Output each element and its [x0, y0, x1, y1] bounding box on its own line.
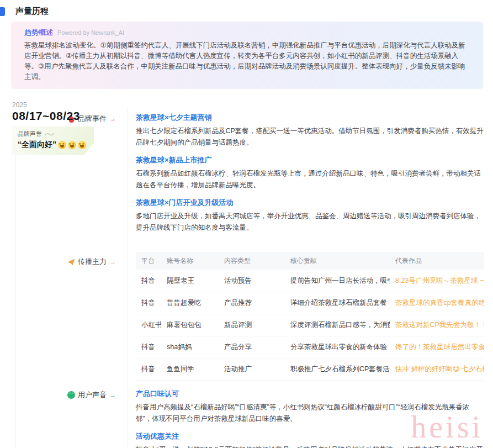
table-row: 抖音 昔昔超爱吃 产品推荐 详细介绍茶救星球石榴新品套餐，... 茶救星球的真香… — [136, 292, 484, 314]
star-struck-emoji-icon — [78, 141, 86, 149]
col-header-contribution: 核心贡献 — [285, 252, 390, 270]
cell-contribution: 提前告知广州一日店长活动，吸引... — [285, 270, 390, 292]
cell-account: 昔昔超爱吃 — [161, 292, 219, 314]
table-row: 抖音 sha妈妈 产品分享 分享茶救星球出零食的新奇体验，... 馋了的！茶救星… — [136, 336, 484, 359]
timeline: 2025 08/17~08/23 品牌声誉 “全面向好” 品牌事件 → — [0, 101, 493, 448]
brand-event-title: 茶救星球×新品上市推广 — [136, 155, 484, 166]
overview-title: 趋势概述 — [24, 28, 53, 38]
user-voice-title: 活动优惠关注 — [136, 431, 484, 442]
arrow-right-icon: → — [109, 258, 116, 266]
cell-content-type: 产品推荐 — [219, 292, 285, 314]
user-voice-body: 抖音上“买一送一划算”“19.8元两杯超值”等评论常见，反映用户对品牌促销活动的… — [136, 444, 484, 448]
section-user-voice: 用户声音 → 产品口味认可 抖音用户高频提及“石榴新品好喝”“口感清爽”等，小红… — [0, 388, 493, 448]
cell-platform: 抖音 — [136, 336, 161, 359]
title-bullet-icon — [0, 7, 5, 16]
reputation-value: “全面向好” — [18, 140, 56, 150]
star-struck-emoji-icon — [68, 141, 76, 149]
brand-event-item: 茶救星球×七夕主题营销 推出七夕限定石榴系列新品及CP套餐，搭配买一送一等优惠活… — [136, 112, 484, 149]
col-header-platform: 平台 — [136, 252, 161, 270]
media-force-table: 平台 账号名称 内容类型 核心贡献 代表作品 抖音 隔壁老王 活动预告 提前告知 — [136, 252, 484, 381]
timeline-period: 2025 08/17~08/23 品牌声誉 “全面向好” — [12, 101, 94, 155]
brand-event-item: 茶救星球×新品上市推广 石榴系列新品如红颜石榴冰柠、轻润石榴发光瓶等上市，通过介… — [136, 155, 484, 191]
cell-work-link[interactable]: 快冲 鲜榨的好好喝😋 七夕石榴系... — [390, 359, 484, 381]
overview-body: 茶救星球排名波动变化。①前期侧重签约代言人、开展线下门店活动及联名营销，中期强化… — [24, 40, 470, 82]
cell-content-type: 产品分享 — [219, 336, 285, 359]
page-header: 声量历程 — [0, 0, 493, 17]
cell-contribution: 积极推广七夕石榴系列CP套餐活动... — [285, 359, 390, 381]
cell-account: sha妈妈 — [161, 336, 219, 359]
cell-account: 隔壁老王 — [161, 270, 219, 292]
cell-content-type: 活动预告 — [219, 270, 285, 292]
comment-icon — [67, 391, 75, 399]
reputation-label: 品牌声誉 — [18, 130, 42, 138]
cell-contribution: 分享茶救星球出零食的新奇体验，... — [285, 336, 390, 359]
cell-platform: 抖音 — [136, 270, 161, 292]
cell-account: 麻薯包包包 — [161, 314, 219, 336]
cell-content-type: 新品评测 — [219, 314, 285, 336]
cell-work-link[interactable]: 茶救这对新CP我先尝为敬！！ — [390, 314, 484, 336]
timeline-year: 2025 — [12, 101, 94, 109]
brand-event-body: 石榴系列新品如红颜石榴冰柠、轻润石榴发光瓶等上市，通过介绍新品口味、特色，吸引消… — [136, 168, 484, 191]
col-header-work: 代表作品 — [390, 252, 484, 270]
user-voice-body: 抖音用户高频提及“石榴新品好喝”“口感清爽”等，小红书则热议“红颜石榴冰柠酸甜可… — [136, 402, 484, 425]
cell-contribution: 详细介绍茶救星球石榴新品套餐，... — [285, 292, 390, 314]
table-header-row: 平台 账号名称 内容类型 核心贡献 代表作品 — [136, 252, 484, 270]
section-label-media-force: 传播主力 — [78, 257, 107, 267]
timeline-divider — [127, 109, 128, 448]
table-row: 抖音 鱼鱼同学 活动推广 积极推广七夕石榴系列CP套餐活动... 快冲 鲜榨的好… — [136, 359, 484, 381]
cell-work-link[interactable]: 8.23号广州见啦～茶救星球 一日店长 — [390, 270, 484, 292]
page-title: 声量历程 — [15, 6, 49, 17]
paper-plane-icon — [67, 259, 75, 266]
brand-event-body: 推出七夕限定石榴系列新品及CP套餐，搭配买一送一等优惠活动。借助节日氛围，引发消… — [136, 125, 484, 149]
star-struck-emoji-icon — [58, 141, 66, 149]
user-voice-item: 活动优惠关注 抖音上“买一送一划算”“19.8元两杯超值”等评论常见，反映用户对… — [136, 431, 484, 448]
user-voice-item: 产品口味认可 抖音用户高频提及“石榴新品好喝”“口感清爽”等，小红书则热议“红颜… — [136, 388, 484, 425]
cell-contribution: 深度评测石榴新品口感等，为消费... — [285, 314, 390, 336]
cell-work-link[interactable]: 馋了的！茶救星球居然出零食了，... — [390, 336, 484, 359]
timeline-date-range: 08/17~08/23 — [12, 109, 94, 123]
cell-platform: 抖音 — [136, 359, 161, 381]
cell-platform: 抖音 — [136, 292, 161, 314]
section-label-user-voice: 用户声音 — [78, 390, 107, 400]
brand-event-title: 茶救星球×七夕主题营销 — [136, 112, 484, 123]
brand-reputation-badge: 品牌声誉 “全面向好” — [12, 127, 94, 155]
scribble-icon — [44, 131, 55, 137]
timeline-line — [15, 155, 15, 448]
brand-event-title: 茶救星球×门店开业及升级活动 — [136, 197, 484, 208]
powered-by-label: Powered by Newrank_AI — [57, 29, 124, 36]
arrow-right-icon: → — [109, 115, 116, 123]
brand-event-body: 多地门店开业及升级，如番禺天河城店等，举办开业优惠、品鉴会、周边赠送等活动，吸引… — [136, 210, 484, 234]
cell-account: 鱼鱼同学 — [161, 359, 219, 381]
cell-content-type: 活动推广 — [219, 359, 285, 381]
cell-platform: 小红书 — [136, 314, 161, 336]
cell-work-link[interactable]: 茶救星球的真香cp套餐真的绝啦！... — [390, 292, 484, 314]
col-header-account: 账号名称 — [161, 252, 219, 270]
col-header-content-type: 内容类型 — [219, 252, 285, 270]
trend-overview-card: 趋势概述 Powered by Newrank_AI 茶救星球排名波动变化。①前… — [11, 22, 483, 89]
user-voice-title: 产品口味认可 — [136, 388, 484, 399]
brand-event-item: 茶救星球×门店开业及升级活动 多地门店开业及升级，如番禺天河城店等，举办开业优惠… — [136, 197, 484, 234]
section-media-force: 传播主力 → 平台 账号名称 内容类型 核心贡献 代表作品 — [0, 252, 493, 381]
arrow-right-icon: → — [109, 391, 116, 399]
table-row: 抖音 隔壁老王 活动预告 提前告知广州一日店长活动，吸引... 8.23号广州见… — [136, 270, 484, 292]
table-row: 小红书 麻薯包包包 新品评测 深度评测石榴新品口感等，为消费... 茶救这对新C… — [136, 314, 484, 336]
